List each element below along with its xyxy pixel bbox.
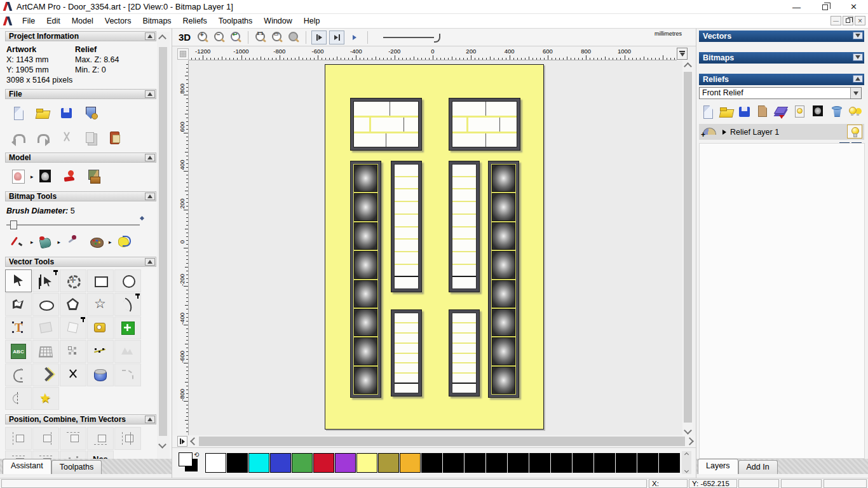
relief-layer-stack-button[interactable] [774,104,789,119]
align-bottom-button[interactable] [87,427,114,450]
brush-diameter-slider[interactable] [6,220,165,229]
flood-fill-button[interactable] [37,234,54,250]
reliefs-panel-header[interactable]: Reliefs [699,74,864,85]
palette-button[interactable] [88,234,105,250]
collapse-bitmap-tools-button[interactable] [145,193,155,200]
palette-swatch[interactable] [573,453,593,473]
ruler-origin-button[interactable] [177,48,189,60]
relief-select-dropdown[interactable]: Front Relief [699,87,862,99]
palette-swatch[interactable] [378,453,399,473]
menu-help[interactable]: Help [298,15,326,27]
model-properties-button[interactable] [83,105,99,121]
align-right-button[interactable] [32,427,59,450]
vector-library-button[interactable] [87,363,114,386]
zoom-object-button[interactable] [287,30,301,44]
2d-view-canvas[interactable] [189,60,682,435]
dropdown-arrow-icon[interactable] [850,88,861,98]
free-polyline-button[interactable] [114,363,141,386]
clipart-browser-button[interactable] [86,168,102,185]
menu-reliefs[interactable]: Reliefs [177,15,213,27]
zoom-out-button[interactable]: − [212,30,226,44]
relief-layer-row[interactable]: + Relief Layer 1 [699,124,864,140]
palette-swatch[interactable] [205,453,226,473]
select-vectors-button[interactable] [5,269,32,292]
reduce-points-button[interactable] [114,340,141,363]
palette-swatch[interactable] [400,453,421,473]
node-editing-button[interactable] [32,269,59,292]
assistant-scrollbar[interactable] [157,32,170,477]
create-chevron-button[interactable] [32,363,59,386]
menu-bitmaps[interactable]: Bitmaps [137,15,177,27]
file-section-header[interactable]: File [5,89,156,99]
scroll-down-icon[interactable] [158,440,166,449]
close-button[interactable]: × [839,0,868,14]
colour-picker-button[interactable] [64,234,81,250]
position-combine-trim-header[interactable]: Position, Combine, Trim Vectors [5,414,156,424]
mdi-close-button[interactable]: × [855,16,865,25]
redo-button[interactable] [34,130,51,146]
fit-points-button[interactable] [87,340,114,363]
save-model-button[interactable] [58,105,75,121]
next-view-button[interactable] [329,30,344,44]
palette-swatch[interactable] [227,453,248,473]
collapse-vector-tools-button[interactable] [145,258,155,266]
palette-swatch[interactable] [659,453,680,473]
create-polygon-button[interactable] [60,293,86,316]
restore-button[interactable] [811,0,839,14]
expand-vectors-button[interactable] [853,32,863,39]
flyout-arrow-icon[interactable]: ▸ [109,239,112,245]
mdi-minimize-button[interactable]: — [831,16,841,25]
paste-button[interactable] [107,130,123,146]
create-star-button[interactable] [87,293,114,316]
canvas-horizontal-scrollbar[interactable] [190,436,694,447]
create-polyline-button[interactable] [5,293,32,316]
relief-visibility-button[interactable] [792,104,808,119]
minimize-button[interactable]: — [782,0,811,14]
create-rectangle-button[interactable] [87,269,114,292]
fit-arcs-button[interactable] [5,363,32,386]
palette-swatch[interactable] [356,453,377,473]
mdi-restore-button[interactable] [843,16,853,25]
palette-swatch[interactable] [421,453,442,473]
paint-brush-button[interactable] [10,234,27,250]
collapse-project-info-button[interactable] [145,32,155,40]
new-relief-button[interactable] [700,104,715,119]
cut-button[interactable] [58,130,75,146]
greyscale-view-button[interactable] [811,104,826,119]
expand-bitmaps-button[interactable] [853,53,863,61]
vectors-panel-header[interactable]: Vectors [699,30,864,42]
trim-vectors-button[interactable] [60,363,86,386]
palette-swatch[interactable] [248,453,269,473]
open-relief-button[interactable] [719,104,734,119]
palette-swatch[interactable] [594,453,615,473]
create-text-button[interactable] [5,316,32,339]
toggle-all-lights-button[interactable] [848,104,863,119]
create-circle-button[interactable] [114,269,141,292]
zoom-1to1-button[interactable]: 1:1 [254,30,268,44]
primary-colour-swatch[interactable] [179,452,193,466]
menu-toolpaths[interactable]: Toolpaths [213,15,259,27]
previous-view-button[interactable] [311,30,327,44]
collapse-reliefs-button[interactable] [853,75,863,83]
collapse-position-button[interactable] [145,416,155,423]
menu-edit[interactable]: Edit [41,15,66,27]
model-section-header[interactable]: Model [5,152,156,163]
palette-swatch[interactable] [270,453,291,473]
menu-window[interactable]: Window [258,15,297,27]
delete-relief-button[interactable] [829,104,844,119]
undo-button[interactable] [10,130,27,146]
collapse-file-button[interactable] [145,90,155,98]
project-information-header[interactable]: Project Information [5,31,156,41]
greyscale-preview-button[interactable] [10,168,27,185]
open-model-button[interactable] [34,105,51,121]
measure-tool-button[interactable] [87,316,114,339]
palette-swatch[interactable] [529,453,550,473]
zoom-fit-button[interactable]: ▭ [270,30,284,44]
primary-secondary-colour[interactable]: ⟲ [177,451,201,474]
palette-scrollbar[interactable] [682,451,691,474]
tab-layers[interactable]: Layers [698,459,738,474]
transform-vectors-button[interactable] [60,269,86,292]
palette-swatch[interactable] [637,453,658,473]
scroll-up-icon[interactable] [158,34,166,43]
save-relief-button[interactable] [737,104,752,119]
